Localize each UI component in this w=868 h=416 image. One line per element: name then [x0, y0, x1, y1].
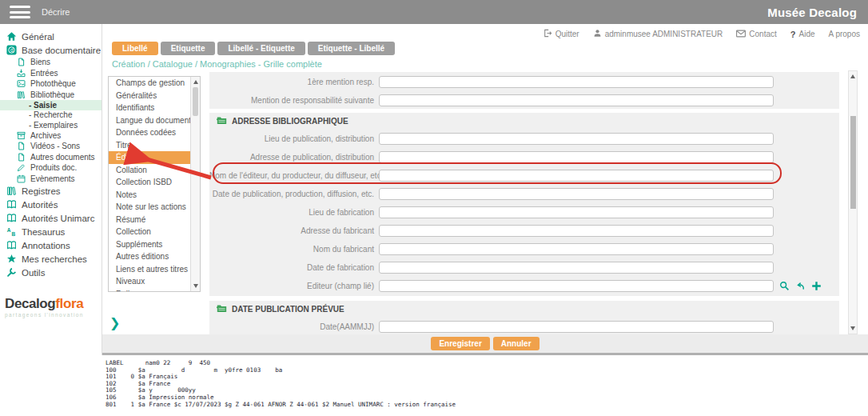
display-mode-tabs: Libellé Etiquette Libellé - Etiquette Et…: [112, 42, 395, 55]
cancel-button[interactable]: Annuler: [493, 337, 540, 350]
plus-icon[interactable]: [811, 281, 822, 291]
sidebar-item-label: Autorités: [22, 200, 58, 210]
tab-libelle-etiquette[interactable]: Libellé - Etiquette: [217, 42, 305, 55]
svg-text:B: B: [12, 231, 16, 237]
lieu-publication-input[interactable]: [379, 133, 774, 145]
sidebar: Général d Base documentaire Biens Entrée…: [0, 24, 102, 355]
section-item[interactable]: Collection: [109, 226, 190, 238]
sidebar-item-annotations[interactable]: Annotations: [0, 238, 102, 252]
section-item[interactable]: Champs de gestion: [109, 77, 190, 90]
undo-arrow-icon[interactable]: [795, 281, 806, 291]
contact-link[interactable]: Contact: [736, 30, 776, 39]
section-item[interactable]: Note sur les actions: [109, 201, 190, 214]
nom-editeur-input[interactable]: [379, 170, 774, 182]
section-item[interactable]: Reliures: [109, 288, 190, 293]
user-account[interactable]: adminmusee ADMINISTRATEUR: [593, 29, 723, 39]
sidebar-item-autres-documents[interactable]: Autres documents: [0, 152, 102, 163]
help-link[interactable]: ? Aide: [790, 30, 815, 39]
sidebar-item-produits-doc[interactable]: Produits doc.: [0, 162, 102, 174]
editeur-champ-lie-input[interactable]: [379, 280, 774, 292]
sidebar-item-bibliotheque[interactable]: Bibliothèque: [0, 90, 102, 101]
section-item[interactable]: Titre: [109, 139, 190, 152]
section-item[interactable]: Niveaux: [109, 275, 190, 288]
sidebar-item-label: - Exemplaires: [29, 121, 78, 130]
section-item[interactable]: Collection ISBD: [109, 176, 190, 189]
about-label: A propos: [829, 30, 860, 38]
app-title: Musée Decalog: [767, 6, 857, 19]
section-item[interactable]: Langue du document: [109, 114, 190, 127]
field-label: Nom de l'éditeur, du producteur, du diff…: [209, 171, 379, 180]
sidebar-item-mes-recherches[interactable]: Mes recherches: [0, 252, 102, 266]
save-button[interactable]: Enregistrer: [431, 337, 489, 350]
sidebar-item-autorites-unimarc[interactable]: Autorités Unimarc: [0, 211, 102, 225]
topbar-menu-label[interactable]: Décrire: [42, 7, 70, 17]
sidebar-item-biens[interactable]: Biens: [0, 57, 102, 68]
section-item[interactable]: Liens et autres titres: [109, 263, 190, 276]
about-link[interactable]: A propos: [829, 30, 860, 38]
lieu-fabrication-input[interactable]: [379, 206, 774, 218]
sidebar-item-label: Général: [22, 32, 54, 42]
open-book-icon: [6, 240, 17, 250]
sidebar-item-archives[interactable]: Archives: [0, 130, 102, 142]
sidebar-item-exemplaires[interactable]: - Exemplaires: [0, 120, 102, 130]
panel-expand-chevron-icon[interactable]: ❯: [109, 315, 120, 330]
tab-libelle[interactable]: Libellé: [112, 42, 158, 55]
home-icon: [6, 31, 17, 42]
panel-title-row: DATE PUBLICATION PRÉVUE: [209, 301, 839, 318]
scroll-thumb[interactable]: [850, 116, 856, 209]
hamburger-menu-icon[interactable]: [10, 6, 30, 18]
scroll-down-arrow[interactable]: [850, 326, 855, 330]
file-icon: [17, 142, 26, 150]
tab-etiquette[interactable]: Etiquette: [161, 42, 216, 55]
sidebar-item-autorites[interactable]: Autorités: [0, 198, 102, 211]
exit-icon: [543, 29, 552, 39]
open-book-icon: [6, 213, 17, 223]
scroll-up-arrow[interactable]: [193, 80, 198, 84]
sidebar-item-registres[interactable]: Registres: [0, 184, 102, 198]
section-item-selected[interactable]: Édition: [109, 151, 190, 164]
sidebar-item-saisie[interactable]: - Saisie: [0, 100, 102, 110]
sidebar-item-base-documentaire[interactable]: d Base documentaire: [0, 43, 102, 57]
main-vertical-scrollbar[interactable]: [848, 70, 858, 334]
scroll-down-arrow[interactable]: [193, 284, 198, 288]
mention-resp-suivante-input[interactable]: [379, 94, 774, 106]
section-list-scrollbar[interactable]: [190, 77, 200, 291]
archive-box-icon: [17, 131, 26, 140]
scroll-up-arrow[interactable]: [850, 74, 855, 78]
application-window: Décrire Musée Decalog Général d Base doc…: [0, 0, 868, 416]
sidebar-item-label: Biens: [30, 58, 50, 66]
quit-link[interactable]: Quitter: [543, 29, 579, 39]
section-item[interactable]: Autres éditions: [109, 250, 190, 263]
section-item[interactable]: Notes: [109, 189, 190, 202]
sidebar-item-label: Autorités Unimarc: [22, 214, 94, 223]
date-publication-prevue-panel: DATE PUBLICATION PRÉVUE Date(AAMMJJ): [209, 301, 839, 334]
section-item[interactable]: Collation: [109, 164, 190, 177]
section-item[interactable]: Données codées: [109, 126, 190, 139]
sidebar-item-entrees[interactable]: Entrées: [0, 68, 102, 79]
search-icon[interactable]: [779, 281, 790, 291]
date-fabrication-input[interactable]: [379, 262, 774, 274]
section-list-panel: Champs de gestion Généralités Identifian…: [108, 76, 201, 292]
breadcrumb: Création / Catalogue / Monographies - Gr…: [112, 59, 322, 69]
sidebar-item-evenements[interactable]: Evènements: [0, 174, 102, 185]
sidebar-item-general[interactable]: Général: [0, 30, 102, 43]
sidebar-item-thesaurus[interactable]: AB Thesaurus: [0, 225, 102, 238]
scroll-thumb[interactable]: [193, 87, 198, 116]
sidebar-item-recherche[interactable]: - Recherche: [0, 110, 102, 121]
section-item[interactable]: Suppléments: [109, 238, 190, 251]
date-publication-input[interactable]: [379, 188, 774, 200]
date-aammjj-input[interactable]: [379, 321, 774, 333]
footer-action-bar: Enregistrer Annuler: [102, 334, 868, 353]
tab-etiquette-libelle[interactable]: Etiquette - Libellé: [308, 42, 395, 55]
sidebar-item-phototheque[interactable]: Photothèque: [0, 78, 102, 90]
section-item[interactable]: Résumé: [109, 214, 190, 226]
document-icon: [17, 58, 26, 66]
section-item[interactable]: Identifiants: [109, 102, 190, 114]
adresse-fabricant-input[interactable]: [379, 225, 774, 237]
sidebar-item-videos-sons[interactable]: Vidéos - Sons: [0, 141, 102, 152]
nom-fabricant-input[interactable]: [379, 243, 774, 255]
mention-resp-input[interactable]: [379, 76, 774, 88]
section-item[interactable]: Généralités: [109, 90, 190, 102]
adresse-publication-input[interactable]: [379, 151, 774, 163]
sidebar-item-outils[interactable]: Outils: [0, 266, 102, 279]
